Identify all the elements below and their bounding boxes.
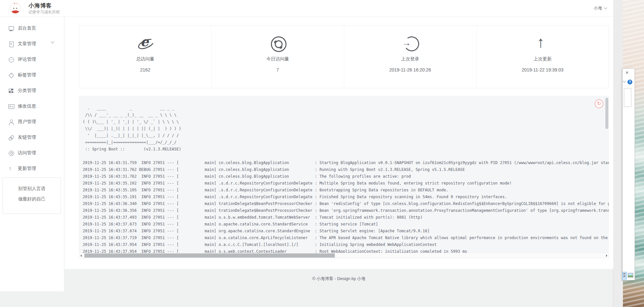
right-gray-strip [613, 0, 623, 307]
banner-line: /\\ / ___'_ __ _ _(_)_ __ __ _ \ \ \ \ [83, 112, 609, 119]
menu-item-label: 访问管理 [18, 150, 36, 156]
quote-line: 做最好的自己 [3, 196, 61, 202]
sidebar-menu-item[interactable]: 用户管理 [0, 114, 64, 130]
menu-suffix-slot [51, 26, 57, 31]
menu-item-label: 更新管理 [18, 166, 36, 172]
blog-admin-app: 小海博客 记录学习成长历程 小海 后台首页 文章管理 [0, 0, 613, 307]
sidebar: 后台首页 文章管理 评论管理 标签管理 分类管理 [0, 17, 64, 291]
spring-boot-log-console[interactable]: . ____ _ __ _ _ /\\ / ___'_ __ _ _(_)_ _… [79, 96, 609, 253]
console-vertical-scrollbar[interactable] [605, 96, 609, 252]
menu-item-label: 分类管理 [18, 88, 36, 94]
log-line: 2019-11-25 16:43:35.105 INFO 27051 --- [… [83, 187, 609, 194]
monitor-icon [8, 26, 14, 31]
avatar-eye [13, 8, 14, 9]
banner-line: :: Spring Boot :: (v2.1.3.RELEASE) [83, 146, 609, 153]
footer-copyright: © 小海博客 - Design by 小海 [65, 276, 613, 282]
user-dropdown[interactable]: 小海 [594, 0, 607, 16]
log-line: 2019-11-25 16:43:37.954 INFO 27051 --- [… [83, 248, 609, 253]
log-line: 2019-11-25 16:43:37.493 INFO 27051 --- [… [83, 214, 609, 221]
stat-label: 今日访问量 [212, 56, 344, 62]
screen: 小海博客 记录学习成长历程 小海 后台首页 文章管理 [0, 0, 644, 307]
log-line: 2019-11-25 16:43:37.673 INFO 27051 --- [… [83, 221, 609, 228]
id-card-icon [8, 104, 14, 109]
chevron-down-icon [51, 41, 57, 47]
scroll-right-arrow-icon[interactable] [606, 254, 607, 257]
refresh-icon[interactable]: ↻ [595, 99, 603, 108]
sidebar-menu-item[interactable]: 标签管理 [0, 67, 64, 83]
sidebar-menu: 后台首页 文章管理 评论管理 标签管理 分类管理 [0, 17, 64, 176]
vertical-scrollbar-thumb[interactable] [605, 98, 608, 129]
log-line: 2019-11-25 16:43:31.762 DEBUG 27051 --- … [83, 166, 609, 173]
ascii-banner: . ____ _ __ _ _ /\\ / ___'_ __ _ _(_)_ _… [83, 105, 609, 160]
banner-line: \\/ ___)| |_)| | | | | || (_| | ) ) ) ) [83, 125, 609, 132]
stat-value: 7 [212, 67, 344, 72]
stat-value: 2019-11-26 16:20:26 [344, 67, 476, 72]
user-icon [8, 119, 14, 125]
log-lines: 2019-11-25 16:43:31.759 INFO 27051 --- [… [83, 160, 609, 253]
log-line: 2019-11-25 16:43:37.674 INFO 27051 --- [… [83, 228, 609, 235]
sidebar-menu-item[interactable]: 分类管理 [0, 83, 64, 98]
sidebar-menu-item[interactable]: 访问管理 [0, 145, 64, 161]
sidebar-menu-item[interactable]: 后台首页 [0, 20, 64, 36]
list-view-icon[interactable] [622, 272, 627, 279]
sidebar-menu-item[interactable]: 友链管理 [0, 130, 64, 145]
document-icon [8, 41, 14, 47]
stat-card: 总访问量 2162 [79, 26, 212, 88]
banner-line: ' |____| .__|_| |_|_| |_\__, | / / / / [83, 132, 609, 139]
ie-browser-icon [138, 36, 153, 51]
grid-icon [8, 88, 14, 94]
horizontal-scrollbar-thumb[interactable] [84, 253, 335, 258]
menu-suffix-slot [51, 57, 57, 62]
panel-input-box[interactable] [624, 88, 631, 107]
user-name: 小海 [594, 5, 602, 11]
arrow-up-icon [8, 166, 14, 172]
sidebar-menu-item[interactable]: 修改信息 [0, 98, 64, 114]
top-header: 小海博客 记录学习成长历程 小海 [0, 0, 613, 17]
link-icon [7, 134, 15, 141]
log-line: 2019-11-25 16:43:31.762 INFO 27051 --- [… [83, 173, 609, 180]
stat-value: 2162 [79, 67, 211, 72]
menu-suffix-slot [51, 166, 57, 172]
log-line: 2019-11-25 16:43:36.356 INFO 27051 --- [… [83, 207, 609, 214]
stat-label: 总访问量 [79, 56, 211, 62]
menu-item-label: 评论管理 [18, 57, 36, 62]
chevron-down-icon[interactable] [623, 80, 626, 83]
update-arrow-icon [535, 36, 550, 51]
log-line: 2019-11-25 16:43:37.719 INFO 27051 --- [… [83, 235, 609, 241]
sidebar-menu-item[interactable]: 评论管理 [0, 52, 64, 67]
avatar-curl [13, 3, 18, 6]
banner-line: ( ( )\___ | '_ | '_| | '_ \/ _` | \ \ \ … [83, 119, 609, 125]
close-icon[interactable]: × [626, 70, 628, 75]
menu-suffix-slot [51, 72, 57, 78]
location-icon [8, 150, 14, 156]
log-line: 2019-11-25 16:43:37.954 INFO 27051 --- [… [83, 241, 609, 248]
menu-suffix-slot [51, 88, 57, 94]
menu-suffix-slot [51, 104, 57, 109]
menu-suffix-slot [51, 119, 57, 125]
banner-line: . ____ _ __ _ _ [83, 105, 609, 112]
log-line: 2019-11-25 16:43:35.191 INFO 27051 --- [… [83, 194, 609, 200]
log-line: 2019-11-25 16:43:36.340 INFO 27051 --- [… [83, 200, 609, 207]
console-horizontal-scrollbar[interactable] [79, 253, 609, 258]
stat-card: 今日访问量 7 [212, 26, 344, 88]
menu-item-label: 文章管理 [18, 41, 36, 47]
sidebar-quote-box: 别管别人言语 做最好的自己 [3, 177, 61, 214]
quote-line: 别管别人言语 [3, 186, 61, 192]
scroll-left-arrow-icon[interactable] [80, 254, 82, 257]
thumbnail-view-icon[interactable] [628, 273, 633, 277]
site-subtitle: 记录学习成长历程 [29, 9, 60, 15]
help-icon[interactable]: ? [627, 80, 632, 84]
chrome-browser-icon [270, 36, 285, 51]
console-content: . ____ _ __ _ _ /\\ / ___'_ __ _ _(_)_ _… [79, 96, 609, 253]
menu-item-label: 后台首页 [18, 25, 36, 31]
sidebar-menu-item[interactable]: 文章管理 [0, 36, 64, 52]
menu-item-label: 标签管理 [18, 72, 36, 78]
menu-item-label: 修改信息 [18, 103, 36, 109]
stat-card: 上次更新 2019-11-22 19:39:03 [477, 26, 609, 88]
site-logo-avatar[interactable] [10, 3, 21, 14]
sidebar-menu-item[interactable]: 更新管理 [0, 161, 64, 176]
login-arrow-icon [403, 36, 418, 51]
menu-suffix-slot [51, 150, 57, 156]
site-title: 小海博客 [29, 2, 52, 9]
log-line: 2019-11-25 16:43:31.759 INFO 27051 --- [… [83, 160, 609, 166]
